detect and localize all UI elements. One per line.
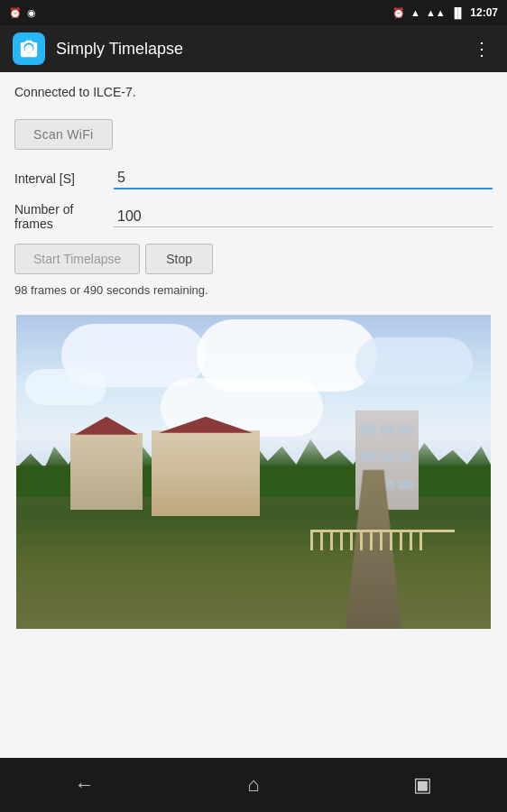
fence-post [390,532,392,550]
stop-button[interactable]: Stop [145,244,213,274]
back-button[interactable]: ← [58,767,112,803]
scan-wifi-button[interactable]: Scan WiFi [14,119,113,150]
status-time: 12:07 [470,6,498,19]
camera-preview [16,315,491,629]
frames-label: Number of frames [14,202,114,231]
alarm-icon: ⏰ [392,7,405,19]
fence-post [330,532,333,550]
app-icon [13,32,45,65]
window [380,425,395,434]
wifi-signal-icon: ▲ [410,7,420,18]
fence-post [400,532,402,550]
window [380,452,395,461]
window [361,425,376,434]
fence-post [310,532,313,550]
signal-strength-icon: ▲▲ [426,7,446,18]
fence-post [380,532,383,550]
status-right-icons: ⏰ ▲ ▲▲ ▐▌ 12:07 [392,6,498,19]
start-timelapse-button: Start Timelapse [14,244,140,274]
svg-point-0 [24,44,32,52]
fence-post [340,532,343,550]
interval-label: Interval [S] [14,171,114,186]
battery-icon: ▐▌ [451,7,466,18]
bottom-navigation: ← ⌂ ▣ [0,758,507,812]
fence-post [419,532,422,550]
cloud-3 [355,337,473,387]
building-1 [70,433,143,510]
interval-input[interactable] [114,168,493,189]
frames-field-row: Number of frames [14,202,493,231]
action-buttons-row: Start Timelapse Stop [14,244,493,274]
android-icon: ◉ [27,7,36,19]
interval-field-row: Interval [S] [14,168,493,189]
fence-post [320,532,323,550]
window [361,452,376,461]
status-left-icons: ⏰ ◉ [9,7,36,19]
remaining-text: 98 frames or 490 seconds remaining. [14,283,493,297]
connection-status: Connected to ILCE-7. [14,85,493,99]
recents-button[interactable]: ▣ [395,767,449,803]
window [398,452,413,461]
app-title: Simply Timelapse [56,40,469,59]
app-bar: Simply Timelapse ⋮ [0,25,507,72]
fence-post [360,532,363,550]
fence [310,530,455,548]
fence-post [370,532,373,550]
overflow-menu-icon[interactable]: ⋮ [469,34,494,63]
notification-icon: ⏰ [9,7,22,19]
fence-post [350,532,353,550]
main-content: Connected to ILCE-7. Scan WiFi Interval … [0,72,507,758]
building-2 [152,430,260,516]
frames-input[interactable] [114,207,493,227]
home-button[interactable]: ⌂ [226,767,281,803]
fence-post [410,532,412,550]
window [398,425,413,434]
cloud-4 [25,369,106,405]
window [398,480,413,489]
status-bar: ⏰ ◉ ⏰ ▲ ▲▲ ▐▌ 12:07 [0,0,507,25]
scene [16,315,491,629]
